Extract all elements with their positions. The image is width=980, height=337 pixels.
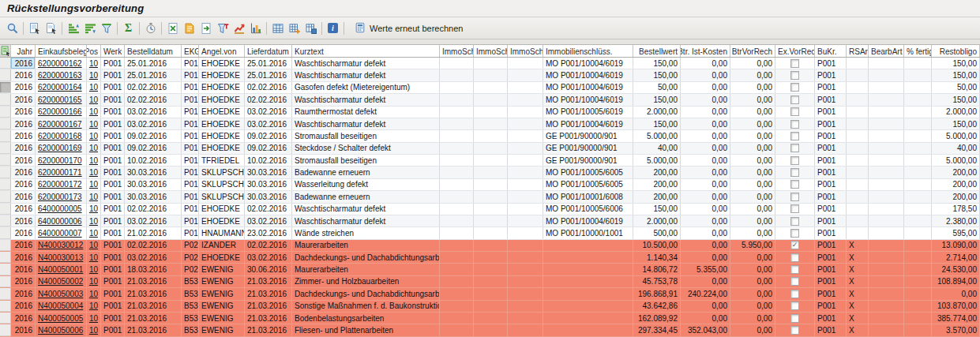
- cell-jahr[interactable]: 2016: [11, 191, 36, 202]
- cell-rsart[interactable]: [847, 227, 869, 238]
- row-selector[interactable]: [0, 167, 11, 178]
- cell-angelvon[interactable]: EHOEDKE: [199, 69, 245, 81]
- cell-immoschl-1[interactable]: [440, 227, 474, 238]
- cell-einkaufsbeleg[interactable]: N400050005: [36, 313, 87, 324]
- cell-ex-vorrech[interactable]: ✓: [775, 240, 815, 251]
- pos-link[interactable]: 10: [89, 301, 98, 310]
- cell-bukr[interactable]: P001: [815, 313, 847, 324]
- cell-werk[interactable]: P001: [101, 264, 125, 275]
- cell-btr-ist-kosten[interactable]: 0,00: [681, 130, 730, 141]
- sort-ascending-icon[interactable]: [65, 20, 81, 36]
- cell-immoschl-3[interactable]: [508, 191, 543, 202]
- cell-bukr[interactable]: P001: [815, 204, 847, 215]
- einkaufsbeleg-link[interactable]: 6200000170: [38, 156, 82, 165]
- cell-immobilienschluessel[interactable]: [543, 276, 633, 287]
- cell-einkaufsbeleg[interactable]: N400050004: [36, 301, 87, 312]
- cell-immoschl-3[interactable]: [508, 82, 543, 93]
- cell-jahr[interactable]: 2016: [11, 82, 36, 93]
- ex-vorrech-checkbox[interactable]: [790, 95, 799, 104]
- column-header-kurztext[interactable]: Kurztext: [292, 45, 440, 57]
- cell-bearbart[interactable]: [869, 215, 904, 227]
- row-selector[interactable]: [0, 82, 11, 93]
- cell-ex-vorrech[interactable]: [775, 167, 815, 178]
- cell-bearbart[interactable]: [869, 227, 904, 238]
- sort-descending-icon[interactable]: [81, 20, 98, 36]
- einkaufsbeleg-link[interactable]: 6200000172: [38, 180, 82, 189]
- cell-btrvorrech[interactable]: 0,00: [730, 94, 775, 105]
- cell-btrvorrech[interactable]: 0,00: [730, 313, 775, 324]
- cell-restobligo[interactable]: 2.380,00: [932, 215, 980, 227]
- cell-immoschl-3[interactable]: [508, 130, 543, 141]
- cell-immoschl-2[interactable]: [474, 215, 508, 227]
- cell-einkaufsbeleg[interactable]: N400050006: [36, 324, 87, 335]
- cell-immoschl-3[interactable]: [508, 167, 543, 178]
- cell-bestelldatum[interactable]: 21.02.2016: [125, 227, 182, 238]
- cell-kurztext[interactable]: Maurerarbeiten: [292, 240, 440, 251]
- cell-lieferdatum[interactable]: 25.01.2016: [245, 58, 292, 69]
- cell-immoschl-3[interactable]: [508, 107, 543, 118]
- cell-restobligo[interactable]: 150,00: [932, 94, 980, 105]
- cell-angelvon[interactable]: IZANDER: [199, 240, 245, 251]
- cell-btr-ist-kosten[interactable]: 0,00: [681, 240, 730, 251]
- cell-pos[interactable]: 10: [87, 179, 101, 190]
- cell-immoschl-2[interactable]: [474, 324, 508, 335]
- pos-link[interactable]: 10: [89, 229, 98, 238]
- cell-prozent-fertig[interactable]: [904, 179, 932, 190]
- cell-immoschl-3[interactable]: [508, 155, 543, 166]
- pos-link[interactable]: 10: [89, 168, 98, 177]
- cell-werk[interactable]: P001: [101, 240, 125, 251]
- cell-immoschl-3[interactable]: [508, 276, 543, 287]
- cell-ex-vorrech[interactable]: [775, 288, 815, 299]
- cell-ex-vorrech[interactable]: [775, 155, 815, 166]
- cell-einkaufsbeleg[interactable]: 6200000166: [36, 107, 87, 118]
- cell-immoschl-3[interactable]: [508, 143, 543, 154]
- cell-bestelldatum[interactable]: 09.02.2016: [125, 130, 182, 141]
- pos-link[interactable]: 10: [89, 180, 98, 189]
- cell-bestellwert[interactable]: 5.000,00: [633, 130, 681, 141]
- cell-immoschl-1[interactable]: [440, 107, 474, 118]
- cell-prozent-fertig[interactable]: [904, 252, 932, 263]
- cell-angelvon[interactable]: EWENIG: [199, 288, 245, 299]
- cell-rsart[interactable]: [847, 94, 869, 105]
- cell-werk[interactable]: P001: [101, 94, 125, 105]
- cell-immoschl-2[interactable]: [474, 191, 508, 202]
- cell-ekg[interactable]: P01: [182, 94, 199, 105]
- cell-rsart[interactable]: [847, 155, 869, 166]
- cell-restobligo[interactable]: 24.530,00: [932, 264, 980, 275]
- cell-kurztext[interactable]: Maurerarbeiten: [292, 264, 440, 275]
- cell-ekg[interactable]: P02: [182, 252, 199, 263]
- cell-jahr[interactable]: 2016: [11, 264, 36, 275]
- column-header-immobilienschluessel[interactable]: Immobilienschlüss.: [543, 45, 633, 57]
- cell-lieferdatum[interactable]: 30.03.2016: [245, 167, 292, 178]
- cell-bukr[interactable]: P001: [815, 324, 847, 335]
- cell-bestellwert[interactable]: 50,00: [633, 82, 681, 93]
- cell-immoschl-3[interactable]: [508, 69, 543, 81]
- cell-kurztext[interactable]: Badewanne erneuern: [292, 191, 440, 202]
- cell-ex-vorrech[interactable]: [775, 179, 815, 190]
- cell-angelvon[interactable]: EHOEDKE: [199, 118, 245, 129]
- cell-werk[interactable]: P001: [101, 227, 125, 238]
- cell-bestelldatum[interactable]: 21.03.2016: [125, 288, 182, 299]
- cell-pos[interactable]: 10: [87, 167, 101, 178]
- cell-immoschl-2[interactable]: [474, 118, 508, 129]
- cell-immoschl-2[interactable]: [474, 179, 508, 190]
- subtotal-icon[interactable]: [142, 20, 159, 36]
- cell-immoschl-1[interactable]: [440, 252, 474, 263]
- cell-prozent-fertig[interactable]: [904, 69, 932, 81]
- cell-angelvon[interactable]: EHOEDKE: [199, 204, 245, 215]
- cell-einkaufsbeleg[interactable]: 6200000169: [36, 143, 87, 154]
- cell-pos[interactable]: 10: [87, 288, 101, 299]
- cell-werk[interactable]: P001: [101, 288, 125, 299]
- cell-immoschl-1[interactable]: [440, 204, 474, 215]
- cell-immobilienschluessel[interactable]: MO P001/10004/6019: [543, 82, 633, 93]
- column-header-rsart[interactable]: RSArt: [847, 45, 869, 57]
- cell-lieferdatum[interactable]: 21.03.2016: [245, 276, 292, 287]
- cell-immoschl-3[interactable]: [508, 58, 543, 69]
- cell-btrvorrech[interactable]: 0,00: [730, 107, 775, 118]
- cell-bestellwert[interactable]: 150,00: [633, 204, 681, 215]
- cell-immoschl-1[interactable]: [440, 215, 474, 227]
- cell-immoschl-1[interactable]: [440, 143, 474, 154]
- cell-angelvon[interactable]: EHOEDKE: [199, 82, 245, 93]
- cell-pos[interactable]: 10: [87, 252, 101, 263]
- cell-kurztext[interactable]: Gasofen defekt (Mietereigentum): [292, 82, 440, 93]
